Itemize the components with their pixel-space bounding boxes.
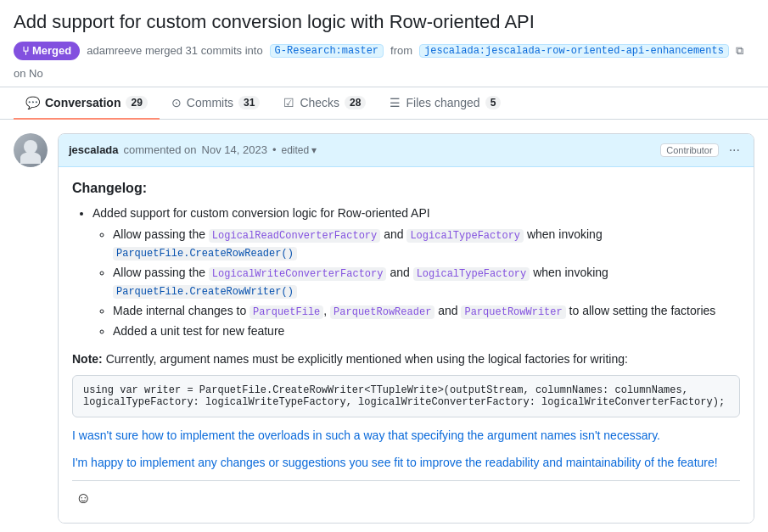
comment-box: jescalada commented on Nov 14, 2023 • ed… — [58, 133, 754, 524]
note-label: Note: — [72, 352, 103, 366]
code-inline: LogicalTypeFactory — [406, 229, 524, 243]
paragraph-2: I'm happy to implement any changes or su… — [72, 453, 740, 472]
link-2[interactable]: I'm happy to implement any changes or su… — [72, 456, 718, 469]
date-text: on No — [14, 67, 43, 80]
tab-conversation-count: 29 — [126, 96, 147, 109]
code-text: LogicalTypeFactory — [417, 268, 527, 280]
branch-source[interactable]: jescalada:jescalada-row-oriented-api-enh… — [419, 44, 729, 58]
pr-meta: ⑂ Merged adamreeve merged 31 commits int… — [14, 42, 754, 80]
link-1[interactable]: I wasn't sure how to implement the overl… — [72, 428, 660, 442]
comment-author[interactable]: jescalada — [69, 143, 119, 156]
merged-label: Merged — [32, 44, 71, 57]
code-text: LogicalReadConverterFactory — [212, 230, 377, 242]
merge-icon: ⑂ — [22, 44, 29, 58]
branch-from-text: from — [390, 44, 412, 57]
tab-files-count: 5 — [485, 96, 502, 109]
tab-commits-label: Commits — [187, 96, 233, 109]
code-block-text: using var writer = ParquetFile.CreateRow… — [83, 384, 725, 408]
list-item: Allow passing the LogicalReadConverterFa… — [113, 226, 740, 261]
tab-files-changed[interactable]: ☰ Files changed 5 — [378, 87, 513, 120]
code-text: LogicalWriteConverterFactory — [212, 268, 384, 280]
code-inline: ParquetFile.CreateRowWriter() — [113, 285, 297, 299]
list-item: Allow passing the LogicalWriteConverterF… — [113, 264, 740, 300]
tab-checks-count: 28 — [345, 96, 366, 109]
note-body: Currently, argument names must be explic… — [106, 352, 628, 366]
sub-item-1-suffix: when invoking — [527, 227, 603, 241]
sub-item-3-and: and — [438, 304, 457, 317]
comment-header-right: Contributor ··· — [660, 141, 743, 160]
comment-body: Changelog: Added support for custom conv… — [59, 167, 754, 524]
checks-icon: ☑ — [283, 96, 294, 109]
sub-item-3-prefix: Made internal changes to — [113, 304, 246, 317]
comment-header: jescalada commented on Nov 14, 2023 • ed… — [59, 134, 754, 167]
changelog-title: Changelog: — [72, 181, 740, 196]
tab-conversation[interactable]: 💬 Conversation 29 — [14, 87, 160, 120]
branch-target[interactable]: G-Research:master — [270, 44, 384, 58]
sub-item-1-and: and — [384, 227, 403, 241]
code-text: ParquetRowReader — [334, 306, 431, 318]
comment-dot: • — [272, 143, 277, 156]
bullet-item-1: Added support for custom conversion logi… — [92, 206, 430, 220]
conversation-icon: 💬 — [25, 96, 40, 109]
code-text: ParquetFile.CreateRowReader() — [116, 248, 294, 260]
copy-branch-icon[interactable]: ⧉ — [736, 44, 743, 58]
code-text: ParquetRowWriter — [464, 306, 562, 318]
list-item: Added support for custom conversion logi… — [92, 204, 740, 340]
tab-commits-count: 31 — [238, 96, 260, 109]
tab-commits[interactable]: ⊙ Commits 31 — [160, 87, 272, 120]
sub-list: Allow passing the LogicalReadConverterFa… — [92, 226, 740, 340]
code-inline: LogicalReadConverterFactory — [209, 229, 380, 243]
emoji-button[interactable]: ☺ — [72, 488, 94, 509]
edited-button[interactable]: edited ▾ — [281, 144, 317, 156]
comment-header-left: jescalada commented on Nov 14, 2023 • ed… — [69, 143, 317, 156]
list-item: Made internal changes to ParquetFile, Pa… — [113, 302, 740, 320]
list-item: Added a unit test for new feature — [113, 322, 740, 340]
changelog-list: Added support for custom conversion logi… — [72, 204, 740, 340]
code-text: ParquetFile — [253, 306, 320, 318]
tab-conversation-label: Conversation — [45, 96, 121, 109]
sub-item-1-prefix: Allow passing the — [113, 227, 205, 241]
commits-icon: ⊙ — [171, 96, 182, 109]
note-paragraph: Note: Currently, argument names must be … — [72, 350, 740, 368]
code-inline: ParquetFile.CreateRowReader() — [113, 247, 297, 260]
sub-item-2-suffix: when invoking — [533, 266, 608, 279]
code-inline: ParquetFile — [249, 305, 323, 319]
sub-item-2-prefix: Allow passing the — [113, 266, 205, 279]
page-header: Add support for custom conversion logic … — [0, 0, 768, 87]
avatar-image — [14, 133, 48, 167]
code-block: using var writer = ParquetFile.CreateRow… — [72, 375, 740, 417]
comment-date: Nov 14, 2023 — [202, 143, 267, 156]
pr-title: Add support for custom conversion logic … — [14, 10, 754, 35]
sub-item-2-and: and — [390, 266, 409, 279]
paragraph-1: I wasn't sure how to implement the overl… — [72, 426, 740, 445]
code-text: LogicalTypeFactory — [410, 230, 520, 242]
code-inline: LogicalTypeFactory — [413, 267, 530, 281]
avatar — [14, 133, 48, 167]
sub-item-3-suffix: to allow setting the factories — [569, 304, 716, 317]
code-inline: ParquetRowWriter — [461, 305, 565, 319]
pr-meta-author: adamreeve merged 31 commits into — [87, 44, 262, 57]
tab-checks[interactable]: ☑ Checks 28 — [272, 87, 378, 120]
code-inline: LogicalWriteConverterFactory — [209, 267, 387, 281]
contributor-badge: Contributor — [660, 143, 718, 157]
more-options-button[interactable]: ··· — [726, 141, 743, 160]
edited-label: edited — [281, 144, 309, 156]
code-text: ParquetFile.CreateRowWriter() — [116, 286, 294, 298]
code-inline: ParquetRowReader — [330, 305, 434, 319]
chevron-down-icon: ▾ — [311, 144, 317, 156]
tabs-bar: 💬 Conversation 29 ⊙ Commits 31 ☑ Checks … — [0, 87, 768, 120]
tab-checks-label: Checks — [300, 96, 339, 109]
merged-badge: ⑂ Merged — [14, 42, 80, 60]
files-icon: ☰ — [390, 96, 401, 109]
comment-action: commented on — [124, 143, 197, 156]
content-area: jescalada commented on Nov 14, 2023 • ed… — [0, 120, 768, 532]
tab-files-label: Files changed — [406, 96, 479, 109]
emoji-row: ☺ — [72, 480, 740, 509]
